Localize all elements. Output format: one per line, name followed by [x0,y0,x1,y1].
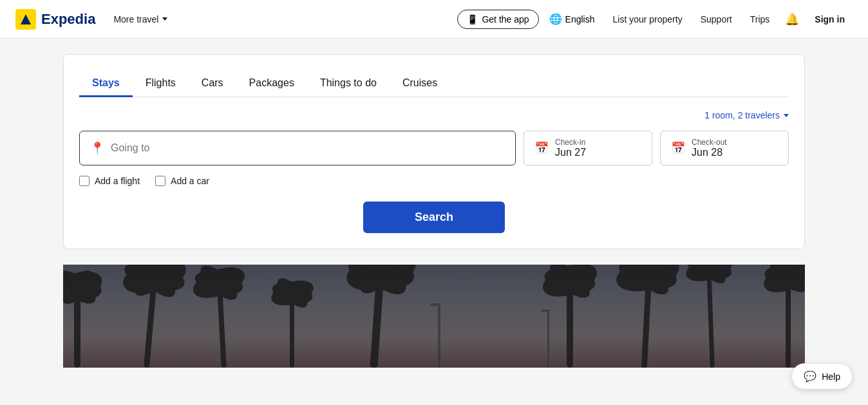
svg-rect-41 [430,303,440,306]
travelers-chevron-icon [784,114,789,117]
destination-field[interactable]: 📍 [79,131,516,165]
trips-label: Trips [750,14,770,24]
get-app-button[interactable]: 📱 Get the app [457,10,538,29]
destination-input[interactable] [111,142,505,154]
list-property-button[interactable]: List your property [605,9,690,30]
language-button[interactable]: 🌐 English [542,8,603,30]
checkin-info: Check-in Jun 27 [555,138,586,158]
tab-flights[interactable]: Flights [133,71,189,97]
checkout-calendar-icon: 📅 [671,141,685,155]
checkin-value: Jun 27 [555,147,586,158]
help-button[interactable]: 💬 Help [791,363,853,368]
tab-packages[interactable]: Packages [236,71,307,97]
hero-image [63,265,805,368]
tab-cruises[interactable]: Cruises [390,71,450,97]
checkin-label: Check-in [555,138,586,147]
svg-rect-42 [547,310,549,368]
search-card: Stays Flights Cars Packages Things to do… [63,54,805,249]
header: Expedia More travel 📱 Get the app 🌐 Engl… [0,0,868,39]
tab-things-to-do[interactable]: Things to do [307,71,390,97]
language-label: English [565,14,595,24]
search-button-row: Search [79,202,789,233]
checkout-info: Check-out Jun 28 [692,138,727,158]
logo-icon [15,9,36,30]
signin-label: Sign in [815,14,845,24]
checkin-field[interactable]: 📅 Check-in Jun 27 [524,131,652,165]
tab-stays[interactable]: Stays [79,71,133,97]
add-flight-label: Add a flight [95,176,140,186]
search-inputs: 📍 📅 Check-in Jun 27 📅 Check-out Jun 28 [79,131,789,165]
notifications-button[interactable]: 🔔 [780,7,804,32]
checkout-label: Check-out [692,138,727,147]
support-button[interactable]: Support [693,9,740,30]
travelers-label: 1 room, 2 travelers [704,110,780,120]
logo-text: Expedia [41,11,95,28]
search-tabs: Stays Flights Cars Packages Things to do… [79,70,789,97]
header-actions: 📱 Get the app 🌐 English List your proper… [457,7,853,32]
svg-rect-40 [438,303,440,368]
checkout-field[interactable]: 📅 Check-out Jun 28 [660,131,789,165]
add-car-checkbox[interactable] [155,176,165,186]
search-button-label: Search [415,211,453,223]
trips-button[interactable]: Trips [742,9,778,30]
chevron-down-icon [162,17,167,21]
globe-icon: 🌐 [549,13,562,25]
hero-palms-svg [63,265,805,368]
travelers-button[interactable]: 1 room, 2 travelers [704,110,789,120]
search-button[interactable]: Search [363,202,505,233]
tab-cars[interactable]: Cars [189,71,236,97]
travelers-row: 1 room, 2 travelers [79,110,789,120]
signin-button[interactable]: Sign in [807,9,853,30]
svg-rect-43 [541,310,550,312]
phone-icon: 📱 [467,14,478,24]
logo-link[interactable]: Expedia [15,9,95,30]
add-car-checkbox-label[interactable]: Add a car [155,176,209,186]
list-property-label: List your property [613,14,683,24]
checkin-calendar-icon: 📅 [534,141,549,155]
add-flight-checkbox[interactable] [79,176,90,186]
add-flight-checkbox-label[interactable]: Add a flight [79,176,140,186]
support-label: Support [701,14,732,24]
more-travel-label: More travel [113,14,158,24]
get-app-label: Get the app [482,14,529,24]
checkout-value: Jun 28 [692,147,727,158]
checkboxes-row: Add a flight Add a car [79,176,789,186]
pin-icon: 📍 [90,141,104,155]
add-car-label: Add a car [171,176,209,186]
svg-marker-0 [21,14,31,24]
more-travel-button[interactable]: More travel [108,9,173,30]
main-content: Stays Flights Cars Packages Things to do… [48,39,820,368]
